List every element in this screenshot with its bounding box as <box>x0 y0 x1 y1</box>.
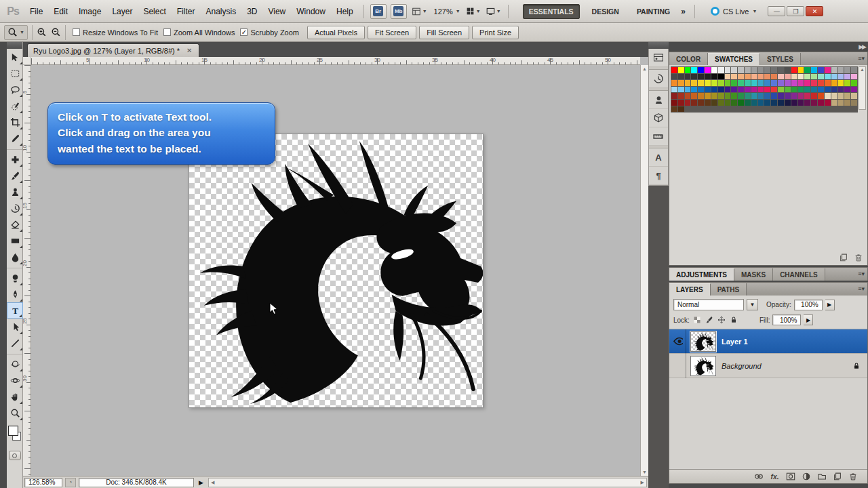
swatch[interactable] <box>804 100 810 106</box>
swatch[interactable] <box>731 87 737 93</box>
swatch[interactable] <box>851 100 857 106</box>
workspace-design-button[interactable]: DESIGN <box>587 5 625 18</box>
swatch[interactable] <box>678 87 684 93</box>
fill-slider-icon[interactable]: ▶ <box>804 314 813 325</box>
swatch[interactable] <box>758 74 764 80</box>
swatch[interactable] <box>751 100 757 106</box>
swatch[interactable] <box>798 87 804 93</box>
swatch[interactable] <box>725 87 731 93</box>
tool-spot-healing-brush[interactable] <box>7 151 23 167</box>
swatch[interactable] <box>705 100 711 106</box>
swatch[interactable] <box>738 93 744 99</box>
swatch[interactable] <box>798 93 804 99</box>
swatch[interactable] <box>758 100 764 106</box>
swatch[interactable] <box>718 74 724 80</box>
swatch[interactable] <box>764 87 770 93</box>
swatch[interactable] <box>798 74 804 80</box>
swatch[interactable] <box>671 106 677 113</box>
tool-lasso[interactable] <box>7 81 23 98</box>
minimize-button[interactable]: — <box>768 6 785 16</box>
fill-field[interactable]: 100% <box>772 314 801 325</box>
layer-style-fx-button[interactable]: fx. <box>770 472 780 482</box>
tool-blur[interactable] <box>7 249 23 265</box>
swatch[interactable] <box>785 80 791 86</box>
view-extras-button[interactable]: ▼ <box>411 4 428 19</box>
document-tab[interactable]: Ryu Logo3.jpg @ 127% (Layer 1, RGB/8#) *… <box>27 43 199 57</box>
tool-gradient[interactable] <box>7 232 23 249</box>
lock-pixels-button[interactable] <box>705 315 715 325</box>
menu-item-image[interactable]: Image <box>73 4 106 19</box>
menu-item-file[interactable]: File <box>24 4 48 19</box>
swatch[interactable] <box>804 87 810 93</box>
swatch[interactable] <box>718 93 724 99</box>
swatch[interactable] <box>811 67 817 73</box>
tool-brush[interactable] <box>7 167 23 184</box>
swatch[interactable] <box>685 93 691 99</box>
swatch[interactable] <box>725 93 731 99</box>
swatch[interactable] <box>778 80 784 86</box>
swatch[interactable] <box>678 106 684 113</box>
tool-3d-orbit[interactable] <box>7 372 23 388</box>
layer-thumbnail[interactable] <box>690 331 716 352</box>
layer-row[interactable]: Background <box>669 354 867 378</box>
swatch[interactable] <box>791 87 797 93</box>
adjust-tab-adjustments[interactable]: ADJUSTMENTS <box>669 268 734 281</box>
swatch[interactable] <box>831 87 837 93</box>
swatch[interactable] <box>751 74 757 80</box>
swatch[interactable] <box>718 67 724 73</box>
swatch[interactable] <box>785 67 791 73</box>
swatch[interactable] <box>698 87 704 93</box>
swatch[interactable] <box>691 74 697 80</box>
swatch[interactable] <box>745 80 751 86</box>
tool-rectangular-marquee[interactable] <box>7 65 23 81</box>
status-flyout-button[interactable]: ▶ <box>197 479 205 486</box>
workspace-overflow-button[interactable]: » <box>677 7 690 16</box>
swatch[interactable] <box>698 67 704 73</box>
new-group-button[interactable] <box>817 472 827 481</box>
swatch[interactable] <box>678 100 684 106</box>
swatch[interactable] <box>698 74 704 80</box>
swatch[interactable] <box>745 74 751 80</box>
swatch[interactable] <box>758 80 764 86</box>
swatch[interactable] <box>725 74 731 80</box>
swatch[interactable] <box>838 93 844 99</box>
swatch[interactable] <box>811 80 817 86</box>
tool-path-selection[interactable] <box>7 319 23 335</box>
swatch[interactable] <box>705 87 711 93</box>
tool-quick-selection[interactable] <box>7 98 23 114</box>
swatch[interactable] <box>804 80 810 86</box>
button-print-size[interactable]: Print Size <box>472 26 519 39</box>
menu-item-edit[interactable]: Edit <box>48 4 73 19</box>
workspace-painting-button[interactable]: PAINTING <box>631 5 675 18</box>
swatch[interactable] <box>738 67 744 73</box>
swatch[interactable] <box>778 74 784 80</box>
opacity-field[interactable]: 100% <box>794 300 823 310</box>
layer-thumbnail[interactable] <box>690 356 716 376</box>
swatch[interactable] <box>798 67 804 73</box>
swatch[interactable] <box>838 67 844 73</box>
swatch[interactable] <box>711 74 717 80</box>
foreground-color-swatch[interactable] <box>8 426 18 436</box>
lock-transparency-button[interactable] <box>692 315 703 325</box>
swatch[interactable] <box>771 93 777 99</box>
swatch[interactable] <box>691 87 697 93</box>
swatch[interactable] <box>725 80 731 86</box>
menu-item-layer[interactable]: Layer <box>106 4 138 19</box>
status-zoom-field[interactable]: 126.58% <box>24 478 62 487</box>
swatch[interactable] <box>791 100 797 106</box>
swatch[interactable] <box>825 93 831 99</box>
swatch[interactable] <box>705 80 711 86</box>
swatch[interactable] <box>771 74 777 80</box>
swatch[interactable] <box>671 80 677 86</box>
swatch[interactable] <box>725 67 731 73</box>
swatch[interactable] <box>711 67 717 73</box>
collapse-panels-button[interactable]: ▶▶ <box>859 43 865 50</box>
button-fill-screen[interactable]: Fill Screen <box>419 26 469 39</box>
color-tab-styles[interactable]: STYLES <box>760 53 801 65</box>
swatch[interactable] <box>771 80 777 86</box>
new-swatch-button[interactable] <box>839 253 848 262</box>
swatch[interactable] <box>758 67 764 73</box>
swatch[interactable] <box>825 80 831 86</box>
swatch[interactable] <box>838 80 844 86</box>
swatch[interactable] <box>771 87 777 93</box>
